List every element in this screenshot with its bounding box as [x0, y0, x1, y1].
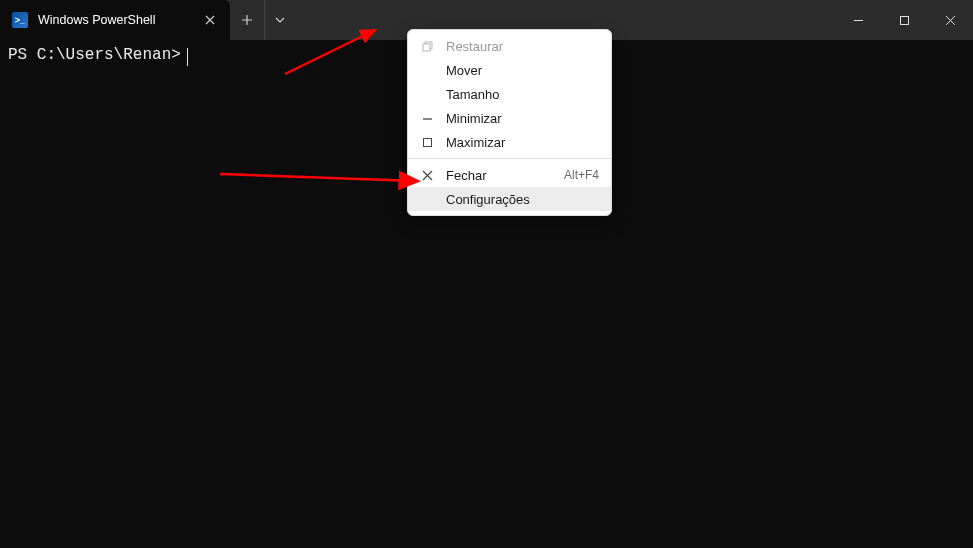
maximize-icon	[420, 137, 434, 148]
menu-label: Maximizar	[446, 135, 599, 150]
menu-label: Fechar	[446, 168, 552, 183]
svg-rect-0	[900, 16, 908, 24]
menu-move[interactable]: Mover	[408, 58, 611, 82]
menu-label: Restaurar	[446, 39, 599, 54]
svg-line-4	[220, 174, 416, 181]
svg-rect-2	[423, 138, 431, 146]
window-close-button[interactable]	[927, 0, 973, 40]
annotation-arrow-bottom	[218, 164, 428, 194]
menu-label: Tamanho	[446, 87, 599, 102]
system-context-menu: Restaurar Mover Tamanho Minimizar Maximi…	[407, 29, 612, 216]
svg-rect-1	[423, 44, 430, 51]
maximize-button[interactable]	[881, 0, 927, 40]
tab-dropdown-button[interactable]	[264, 0, 294, 40]
tab-close-button[interactable]	[200, 10, 220, 30]
tab-title: Windows PowerShell	[38, 13, 200, 27]
menu-shortcut: Alt+F4	[564, 168, 599, 182]
new-tab-button[interactable]	[230, 0, 264, 40]
menu-settings[interactable]: Configurações	[408, 187, 611, 211]
tab-powershell[interactable]: >_ Windows PowerShell	[0, 0, 230, 40]
prompt-text: PS C:\Users\Renan>	[8, 46, 181, 64]
menu-label: Mover	[446, 63, 599, 78]
restore-icon	[420, 41, 434, 52]
menu-size[interactable]: Tamanho	[408, 82, 611, 106]
minimize-icon	[420, 113, 434, 124]
menu-close[interactable]: Fechar Alt+F4	[408, 163, 611, 187]
menu-label: Minimizar	[446, 111, 599, 126]
titlebar-tab-actions	[230, 0, 294, 40]
menu-maximize[interactable]: Maximizar	[408, 130, 611, 154]
menu-restore: Restaurar	[408, 34, 611, 58]
powershell-icon: >_	[12, 12, 28, 28]
minimize-button[interactable]	[835, 0, 881, 40]
close-icon	[420, 170, 434, 181]
menu-separator	[408, 158, 611, 159]
menu-minimize[interactable]: Minimizar	[408, 106, 611, 130]
window-controls	[835, 0, 973, 40]
text-cursor	[187, 48, 189, 66]
menu-label: Configurações	[446, 192, 599, 207]
